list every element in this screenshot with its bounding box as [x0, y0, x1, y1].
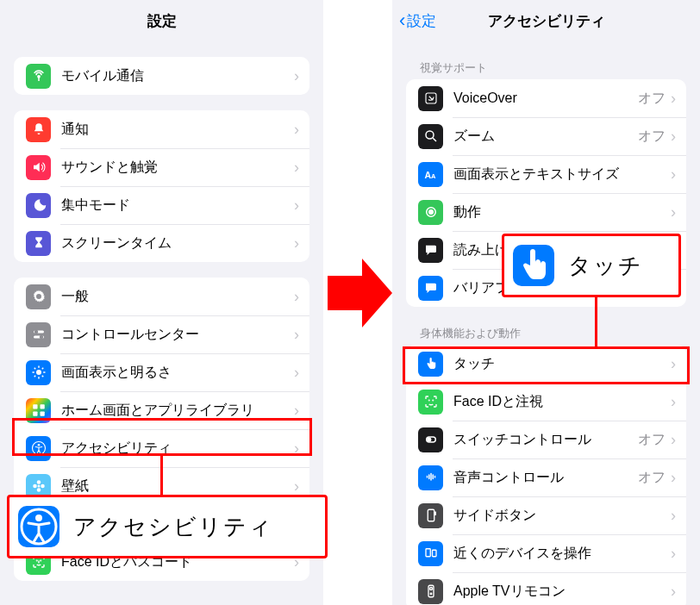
connector-line: [160, 456, 163, 497]
chevron-right-icon: ›: [294, 196, 299, 215]
audio-icon: [418, 276, 443, 301]
touch-icon: [418, 352, 443, 377]
connector-line: [595, 293, 597, 346]
svg-point-42: [35, 515, 42, 521]
svg-point-29: [428, 400, 429, 401]
row-sidebutton[interactable]: サイドボタン›: [406, 496, 686, 534]
hourglass-icon: [26, 231, 51, 256]
row-switches[interactable]: コントロールセンター›: [14, 315, 309, 353]
chevron-right-icon: ›: [294, 402, 299, 420]
row-touch[interactable]: タッチ›: [406, 345, 686, 383]
faceid2-icon: [418, 390, 443, 415]
row-voiceover[interactable]: VoiceOverオフ›: [406, 79, 686, 117]
svg-text:A: A: [431, 172, 436, 180]
row-motion[interactable]: 動作›: [406, 193, 686, 231]
nearby-icon: [418, 541, 443, 566]
accessibility-icon: [18, 506, 59, 547]
svg-point-3: [34, 330, 38, 334]
accessibility-header: ‹ 設定 アクセシビリティ: [392, 0, 700, 41]
textsize-icon: AA: [418, 162, 443, 187]
row-grid[interactable]: ホーム画面とアプリライブラリ›: [14, 391, 309, 429]
row-textsize[interactable]: AA画面表示とテキストサイズ›: [406, 155, 686, 193]
group-mobile: モバイル通信›: [14, 57, 309, 95]
row-label: アクセシビリティ: [61, 440, 294, 458]
svg-point-25: [428, 210, 433, 215]
row-label: スクリーンタイム: [61, 234, 294, 253]
voiceover-icon: [418, 86, 443, 111]
chevron-right-icon: ›: [671, 545, 676, 563]
svg-point-4: [39, 335, 43, 340]
row-label: ズーム: [453, 128, 638, 146]
row-gear[interactable]: 一般›: [14, 278, 309, 315]
svg-point-15: [33, 484, 37, 489]
row-label: サウンドと触覚: [61, 159, 294, 177]
row-label: 動作: [453, 203, 671, 221]
svg-marker-40: [328, 259, 392, 327]
section-label-visual: 視覚サポート: [420, 60, 700, 76]
speaker-icon: [26, 155, 51, 180]
row-label: Face IDと注視: [453, 393, 671, 411]
svg-point-5: [36, 370, 41, 375]
row-label: コントロールセンター: [61, 326, 294, 344]
chevron-right-icon: ›: [294, 121, 299, 139]
chevron-right-icon: ›: [294, 440, 299, 458]
svg-point-16: [41, 484, 45, 489]
chevron-right-icon: ›: [671, 90, 676, 108]
row-value: オフ: [638, 90, 666, 108]
row-label: 集中モード: [61, 196, 294, 215]
row-label: 画面表示と明るさ: [61, 364, 294, 382]
accessibility-panel: ‹ 設定 アクセシビリティ 視覚サポート VoiceOverオフ›ズームオフ›A…: [392, 0, 700, 605]
group-notifications: 通知›サウンドと触覚›集中モード›スクリーンタイム›: [14, 110, 309, 262]
callout-text: アクセシビリティ: [73, 512, 273, 542]
svg-point-18: [36, 560, 37, 561]
row-label: サイドボタン: [453, 507, 671, 525]
svg-rect-34: [434, 512, 435, 515]
row-label: VoiceOver: [453, 90, 638, 106]
back-button[interactable]: ‹ 設定: [399, 11, 436, 31]
row-moon[interactable]: 集中モード›: [14, 186, 309, 224]
row-value: オフ: [638, 128, 666, 146]
row-label: 画面表示とテキストサイズ: [453, 165, 671, 184]
gear-icon: [26, 284, 51, 309]
svg-point-39: [430, 593, 432, 595]
row-bell[interactable]: 通知›: [14, 110, 309, 148]
svg-point-26: [428, 287, 430, 289]
chevron-right-icon: ›: [294, 67, 299, 85]
row-nearby[interactable]: 近くのデバイスを操作›: [406, 534, 686, 572]
row-tvremote[interactable]: Apple TVリモコン›: [406, 572, 686, 605]
row-label: Apple TVリモコン: [453, 583, 671, 601]
row-voice[interactable]: 音声コントロールオフ›: [406, 458, 686, 496]
switches-icon: [26, 322, 51, 347]
row-switch[interactable]: スイッチコントロールオフ›: [406, 421, 686, 458]
chevron-right-icon: ›: [671, 431, 676, 449]
group-motor: タッチ›Face IDと注視›スイッチコントロールオフ›音声コントロールオフ›サ…: [406, 345, 686, 605]
row-faceid2[interactable]: Face IDと注視›: [406, 383, 686, 421]
row-zoom[interactable]: ズームオフ›: [406, 117, 686, 155]
row-brightness[interactable]: 画面表示と明るさ›: [14, 353, 309, 391]
page-title: アクセシビリティ: [488, 11, 605, 31]
row-hourglass[interactable]: スクリーンタイム›: [14, 224, 309, 262]
switch-icon: [418, 427, 443, 452]
row-speaker[interactable]: サウンドと触覚›: [14, 148, 309, 186]
svg-rect-8: [33, 412, 37, 416]
chevron-right-icon: ›: [671, 507, 676, 525]
callout-text: タッチ: [568, 251, 643, 281]
chevron-right-icon: ›: [294, 364, 299, 382]
svg-rect-9: [40, 412, 44, 416]
callout-touch: タッチ: [502, 234, 681, 297]
row-label: 壁紙: [61, 477, 294, 496]
svg-rect-6: [33, 404, 37, 409]
svg-point-21: [426, 131, 434, 139]
speech-icon: [418, 238, 443, 263]
svg-rect-7: [40, 404, 44, 409]
chevron-right-icon: ›: [671, 165, 676, 184]
chevron-right-icon: ›: [671, 355, 676, 373]
zoom-icon: [418, 124, 443, 149]
row-label: 近くのデバイスを操作: [453, 545, 671, 563]
accessibility-icon: [26, 436, 51, 461]
row-antenna[interactable]: モバイル通信›: [14, 57, 309, 95]
svg-point-30: [432, 400, 433, 401]
red-arrow: [328, 259, 392, 331]
row-label: 一般: [61, 288, 294, 306]
chevron-right-icon: ›: [671, 583, 676, 601]
